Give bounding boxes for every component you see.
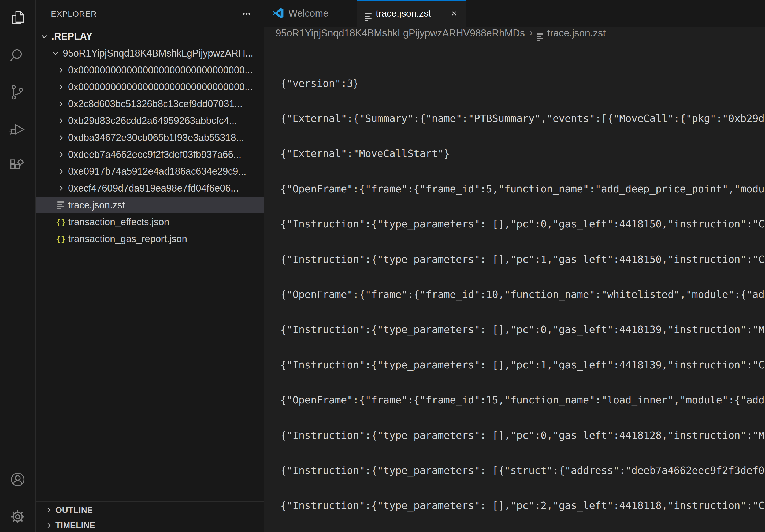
code-line[interactable]: {"version":3} (280, 78, 765, 90)
chevron-right-icon (44, 507, 53, 514)
tree-item-label: 0x2c8d603bc51326b8c13cef9dd07031... (68, 98, 243, 110)
tree-item-label: 0xecf47609d7da919ea98e7fd04f6e06... (68, 183, 239, 194)
code-line[interactable]: {"External":"MoveCallStart"} (280, 148, 765, 160)
explorer-sidebar: EXPLORER .REPLAY 95oR1YipjSnqd18K4BMshkL… (36, 0, 264, 532)
tree-item-label: trace.json.zst (68, 199, 125, 211)
code-line[interactable]: {"OpenFrame":{"frame":{"frame_id":5,"fun… (280, 183, 765, 195)
code-line[interactable]: {"Instruction":{"type_parameters": [],"p… (280, 430, 765, 441)
tree-item-address-folder[interactable]: 0xdba34672e30cb065b1f93e3ab55318... (36, 129, 264, 146)
search-icon[interactable] (0, 37, 35, 74)
code-line[interactable]: {"Instruction":{"type_parameters": [],"p… (280, 218, 765, 230)
tab-label: Welcome (289, 8, 328, 19)
settings-gear-icon[interactable] (0, 498, 35, 532)
more-actions-icon[interactable] (242, 9, 251, 19)
breadcrumb-separator-icon: › (529, 27, 533, 39)
tab-trace-json-zst[interactable]: trace.json.zst (357, 0, 466, 27)
chevron-right-icon (44, 522, 53, 529)
accounts-icon[interactable] (0, 461, 35, 498)
chevron-down-icon (40, 32, 49, 40)
tree-item-label: 0xdba34672e30cb065b1f93e3ab55318... (68, 132, 244, 143)
tree-item-address-folder[interactable]: 0xe0917b74a5912e4ad186ac634e29c9... (36, 163, 264, 180)
tree-item-label: 0xe0917b74a5912e4ad186ac634e29c9... (68, 166, 246, 177)
breadcrumb: 95oR1YipjSnqd18K4BMshkLgPijypwzARHV988eR… (264, 27, 765, 40)
explorer-icon[interactable] (0, 0, 35, 37)
vscode-window: EXPLORER .REPLAY 95oR1YipjSnqd18K4BMshkL… (0, 0, 765, 532)
chevron-right-icon (56, 150, 65, 158)
tree-item-address-folder[interactable]: 0x2c8d603bc51326b8c13cef9dd07031... (36, 95, 264, 112)
source-control-icon[interactable] (0, 74, 35, 111)
json-file-icon: {} (56, 217, 65, 227)
tab-welcome[interactable]: Welcome (264, 0, 357, 27)
chevron-down-icon (51, 49, 60, 57)
panel-label: OUTLINE (56, 505, 93, 515)
editor-group: Welcome trace.json.zst 95oR1YipjSnqd18K4… (264, 0, 765, 532)
chevron-right-icon (56, 100, 65, 108)
code-line[interactable]: {"OpenFrame":{"frame":{"frame_id":10,"fu… (280, 289, 765, 301)
sidebar-title: EXPLORER (51, 9, 97, 19)
tree-item-address-folder[interactable]: 0x0000000000000000000000000000000... (36, 79, 264, 95)
sidebar-panels: OUTLINE TIMELINE (36, 501, 264, 532)
chevron-right-icon (56, 66, 65, 74)
tree-item-label: transaction_effects.json (68, 216, 169, 228)
breadcrumb-folder[interactable]: 95oR1YipjSnqd18K4BMshkLgPijypwzARHV988eR… (276, 28, 525, 39)
code-line[interactable]: {"OpenFrame":{"frame":{"frame_id":15,"fu… (280, 394, 765, 406)
tab-bar: Welcome trace.json.zst (264, 0, 765, 27)
tree-item-transaction-gas-report-json[interactable]: {} transaction_gas_report.json (36, 230, 264, 247)
chevron-right-icon (56, 117, 65, 125)
chevron-right-icon (56, 83, 65, 91)
tree-item-address-folder[interactable]: 0xecf47609d7da919ea98e7fd04f6e06... (36, 180, 264, 197)
code-line[interactable]: {"Instruction":{"type_parameters": [],"p… (280, 500, 765, 512)
breadcrumb-file[interactable]: trace.json.zst (547, 28, 606, 39)
tree-item-label: transaction_gas_report.json (68, 233, 187, 245)
tree-item-address-folder[interactable]: 0xb29d83c26cdd2a64959263abbcfc4... (36, 112, 264, 129)
code-line[interactable]: {"Instruction":{"type_parameters": [],"p… (280, 254, 765, 265)
run-and-debug-icon[interactable] (0, 111, 35, 148)
extensions-icon[interactable] (0, 148, 35, 185)
tree-item-label: 95oR1YipjSnqd18K4BMshkLgPijypwzARH... (63, 48, 253, 59)
tree-item-digest-folder[interactable]: 95oR1YipjSnqd18K4BMshkLgPijypwzARH... (36, 45, 264, 62)
tree-item-transaction-effects-json[interactable]: {} transaction_effects.json (36, 213, 264, 230)
tree-item-address-folder[interactable]: 0x0000000000000000000000000000000... (36, 62, 264, 79)
chevron-right-icon (56, 134, 65, 142)
close-icon[interactable] (450, 9, 458, 18)
indent-guide (53, 90, 53, 275)
tree-item-replay-root[interactable]: .REPLAY (36, 28, 264, 45)
tree-item-address-folder[interactable]: 0xdeeb7a4662eec9f2f3def03fb937a66... (36, 146, 264, 163)
chevron-right-icon (56, 184, 65, 192)
tree-item-label: 0x0000000000000000000000000000000... (68, 65, 253, 76)
outline-section-header[interactable]: OUTLINE (36, 501, 264, 519)
timeline-section-header[interactable]: TIMELINE (36, 519, 264, 532)
json-file-icon: {} (56, 234, 65, 244)
file-icon (365, 6, 372, 21)
chevron-right-icon (56, 167, 65, 175)
file-tree: .REPLAY 95oR1YipjSnqd18K4BMshkLgPijypwzA… (36, 28, 264, 247)
activity-bar (0, 0, 36, 532)
tree-item-label: 0xb29d83c26cdd2a64959263abbcfc4... (68, 115, 237, 127)
vscode-logo-icon (272, 8, 284, 19)
tree-item-trace-json-zst[interactable]: trace.json.zst (36, 197, 264, 213)
code-line[interactable]: {"Instruction":{"type_parameters": [],"p… (280, 324, 765, 336)
tree-item-label: 0xdeeb7a4662eec9f2f3def03fb937a66... (68, 149, 242, 160)
panel-label: TIMELINE (56, 521, 95, 530)
sidebar-header: EXPLORER (36, 0, 264, 28)
tree-item-label: .REPLAY (51, 31, 93, 42)
tab-label: trace.json.zst (376, 8, 431, 19)
code-line[interactable]: {"External":{"Summary":{"name":"PTBSumma… (280, 113, 765, 125)
code-line[interactable]: {"Instruction":{"type_parameters": [],"p… (280, 359, 765, 371)
file-icon (537, 26, 543, 41)
code-editor[interactable]: {"version":3} {"External":{"Summary":{"n… (264, 40, 765, 532)
code-line[interactable]: {"Instruction":{"type_parameters": [{"st… (280, 465, 765, 476)
files-icon (9, 10, 26, 27)
file-icon (56, 201, 65, 209)
tree-item-label: 0x0000000000000000000000000000000... (68, 82, 253, 93)
